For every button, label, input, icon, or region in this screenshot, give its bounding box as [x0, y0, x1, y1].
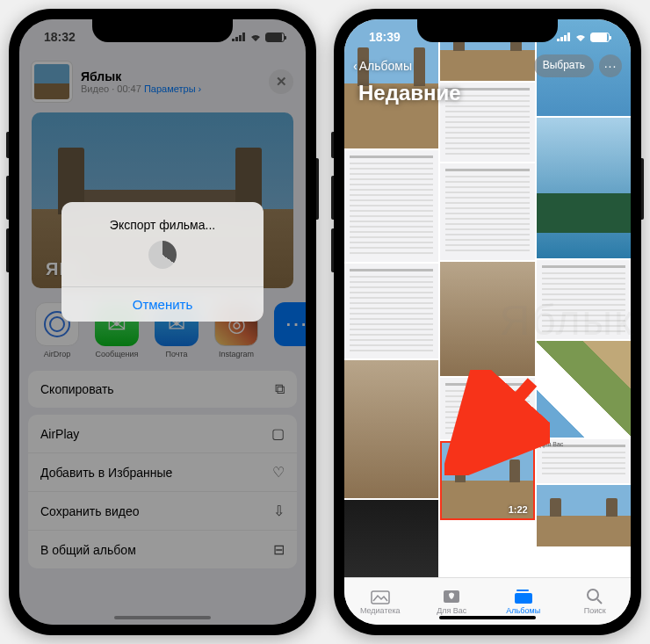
export-modal: Экспорт фильма... Отменить [61, 202, 264, 322]
more-button[interactable]: ··· [599, 54, 622, 77]
grid-thumb[interactable] [537, 485, 631, 546]
notch [92, 19, 233, 42]
status-time: 18:39 [369, 30, 401, 44]
svg-point-13 [588, 590, 598, 600]
foryou-icon [442, 589, 461, 604]
nav-bar: ‹ Альбомы Выбрать ··· Недавние [344, 54, 631, 109]
grid-thumb[interactable] [344, 500, 438, 577]
grid-thumb[interactable] [537, 260, 631, 339]
progress-indicator [148, 241, 177, 269]
tab-search[interactable]: Поиск [560, 578, 632, 625]
phone-left: 18:32 Яблык Видео · 00:47 Параметры › ✕ [9, 9, 316, 635]
home-indicator[interactable] [439, 616, 536, 619]
svg-line-14 [597, 599, 602, 604]
grid-thumb[interactable] [344, 360, 438, 498]
wifi-icon [574, 33, 587, 41]
grid-thumb[interactable] [440, 163, 534, 260]
annotation-arrow [444, 370, 550, 475]
video-duration: 1:22 [509, 504, 528, 515]
grid-thumb[interactable] [344, 150, 438, 262]
screen-share-sheet: 18:32 Яблык Видео · 00:47 Параметры › ✕ [19, 19, 306, 625]
modal-title: Экспорт фильма... [96, 202, 229, 241]
search-icon [585, 589, 604, 604]
album-title: Недавние [353, 77, 622, 109]
library-icon [371, 589, 390, 604]
select-button[interactable]: Выбрать [534, 54, 594, 77]
phone-right: 1:22 Для Вас 18:39 [334, 9, 641, 635]
dim-overlay [19, 19, 306, 625]
svg-rect-11 [516, 590, 529, 591]
svg-rect-6 [564, 35, 567, 41]
screen-photos-grid: 1:22 Для Вас 18:39 [344, 19, 631, 625]
grid-thumb[interactable] [537, 118, 631, 258]
grid-thumb[interactable]: Для Вас [537, 439, 631, 483]
notch [417, 19, 558, 42]
svg-line-8 [471, 382, 532, 451]
cellular-icon [557, 33, 571, 41]
grid-thumb[interactable] [344, 264, 438, 358]
grid-thumb[interactable] [440, 262, 534, 376]
grid-thumb[interactable] [537, 341, 631, 438]
svg-rect-12 [515, 593, 532, 604]
svg-rect-4 [557, 39, 560, 41]
modal-cancel-button[interactable]: Отменить [61, 286, 264, 322]
home-indicator[interactable] [114, 616, 211, 619]
svg-rect-7 [567, 33, 570, 41]
tab-library[interactable]: Медиатека [344, 578, 416, 625]
back-button[interactable]: ‹ Альбомы [353, 59, 412, 73]
svg-rect-5 [560, 37, 563, 41]
battery-icon [590, 33, 610, 42]
albums-icon [514, 589, 533, 604]
